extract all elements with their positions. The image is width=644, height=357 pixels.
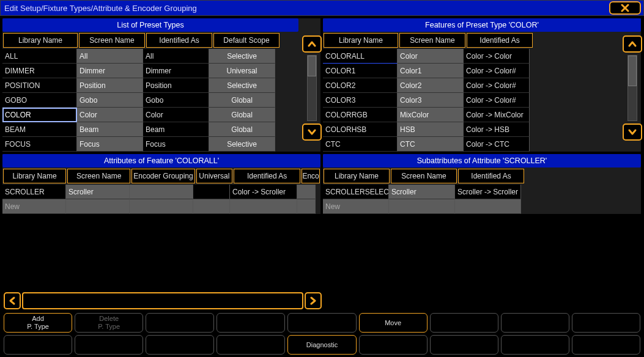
empty-button[interactable]	[501, 313, 569, 333]
cell[interactable]: Color -> HSB	[464, 122, 530, 137]
cell[interactable]: Dimmer	[77, 64, 143, 78]
cell[interactable]: SCROLLER	[2, 185, 66, 199]
cell[interactable]: Scroller	[389, 185, 455, 199]
table-row[interactable]: POSITIONPositionPositionSelective	[2, 78, 298, 93]
cell[interactable]: Position	[143, 78, 209, 93]
cell[interactable]: Color -> MixColor	[464, 108, 530, 122]
empty-button[interactable]	[217, 335, 285, 355]
col-library-name[interactable]: Library Name	[3, 33, 78, 48]
cell[interactable]: BEAM	[2, 122, 77, 137]
table-row[interactable]: FOCUSFocusFocusSelective	[2, 137, 298, 152]
close-button[interactable]	[609, 1, 641, 15]
cell[interactable]: Color	[398, 49, 464, 64]
col-screen-name[interactable]: Screen Name	[79, 33, 145, 48]
scroll-up-button[interactable]	[623, 35, 642, 53]
cell[interactable]: CTC	[398, 137, 464, 152]
table-row[interactable]: BEAMBeamBeamGlobal	[2, 122, 298, 137]
new-row[interactable]: New	[2, 199, 320, 214]
empty-button[interactable]	[572, 335, 640, 355]
scrollbar-track[interactable]	[307, 55, 317, 121]
cell[interactable]: POSITION	[2, 78, 77, 93]
add-ptype-button[interactable]: Add P. Type	[4, 313, 72, 333]
table-row[interactable]: CTCCTCColor -> CTC	[323, 137, 619, 152]
table-row[interactable]: COLOR3Color3Color -> Color#	[323, 93, 619, 108]
cell[interactable]: Global	[209, 122, 275, 137]
cell[interactable]: COLORALL	[323, 49, 398, 64]
cell[interactable]: Color1	[398, 64, 464, 78]
cell[interactable]: Gobo	[143, 93, 209, 108]
cell[interactable]: Universal	[209, 64, 275, 78]
cell[interactable]: Dimmer	[143, 64, 209, 78]
cell[interactable]: GOBO	[2, 93, 77, 108]
scroll-down-button[interactable]	[302, 123, 322, 141]
cell[interactable]: Beam	[77, 122, 143, 137]
table-row[interactable]: COLORALLColorColor -> Color	[323, 49, 619, 64]
table-row[interactable]: COLOR2Color2Color -> Color#	[323, 78, 619, 93]
cell[interactable]: Position	[77, 78, 143, 93]
cell[interactable]: SCROLLERSELECT	[323, 185, 389, 199]
cell[interactable]	[230, 199, 297, 214]
cell[interactable]: FOCUS	[2, 137, 77, 152]
empty-button[interactable]	[146, 313, 214, 333]
col-library-name[interactable]: Library Name	[324, 169, 390, 183]
cell[interactable]: DIMMER	[2, 64, 77, 78]
cell[interactable]: Gobo	[77, 93, 143, 108]
cell[interactable]: MixColor	[398, 108, 464, 122]
cell[interactable]	[66, 199, 130, 214]
col-encoder[interactable]: Enco	[302, 169, 320, 183]
cell[interactable]: New	[2, 199, 66, 214]
cell[interactable]: All	[143, 49, 209, 64]
move-button[interactable]: Move	[359, 313, 427, 333]
cell[interactable]	[297, 199, 316, 214]
cell[interactable]: Focus	[143, 137, 209, 152]
col-default-scope[interactable]: Default Scope	[213, 33, 279, 48]
cell[interactable]: New	[323, 199, 389, 214]
empty-button[interactable]	[217, 313, 285, 333]
cell[interactable]	[297, 185, 316, 199]
table-row[interactable]: COLOR1Color1Color -> Color#	[323, 64, 619, 78]
cell[interactable]: Color -> CTC	[464, 137, 530, 152]
cell[interactable]: Selective	[209, 137, 275, 152]
col-identified-as[interactable]: Identified As	[146, 33, 212, 48]
cell[interactable]: Scroller -> Scroller	[455, 185, 521, 199]
empty-button[interactable]	[501, 335, 569, 355]
table-row[interactable]: COLORRGBMixColorColor -> MixColor	[323, 108, 619, 122]
cell[interactable]: COLOR	[2, 108, 77, 122]
empty-button[interactable]	[287, 313, 356, 333]
cell[interactable]: Color -> Color#	[464, 93, 530, 108]
diagnostic-button[interactable]: Diagnostic	[287, 335, 356, 355]
cell[interactable]: COLORHSB	[323, 122, 398, 137]
cell[interactable]	[455, 199, 521, 214]
empty-button[interactable]	[430, 313, 498, 333]
scrollbar-thumb[interactable]	[308, 56, 316, 76]
empty-button[interactable]	[430, 335, 498, 355]
cell[interactable]: Color -> Scroller	[230, 185, 297, 199]
cell[interactable]: Global	[209, 108, 275, 122]
nav-input[interactable]	[22, 292, 303, 309]
cell[interactable]: Color -> Color#	[464, 64, 530, 78]
empty-button[interactable]	[359, 335, 427, 355]
cell[interactable]: HSB	[398, 122, 464, 137]
cell[interactable]: All	[77, 49, 143, 64]
cell[interactable]: COLOR1	[323, 64, 398, 78]
cell[interactable]: Color3	[398, 93, 464, 108]
cell[interactable]	[389, 199, 455, 214]
empty-button[interactable]	[572, 313, 640, 333]
cell[interactable]: Selective	[209, 78, 275, 93]
empty-button[interactable]	[146, 335, 214, 355]
col-screen-name[interactable]: Screen Name	[67, 169, 130, 183]
cell[interactable]: Color -> Color#	[464, 78, 530, 93]
cell[interactable]	[193, 199, 230, 214]
scroll-up-button[interactable]	[302, 35, 322, 53]
empty-button[interactable]	[75, 335, 143, 355]
col-universal[interactable]: Universal	[196, 169, 233, 183]
col-screen-name[interactable]: Screen Name	[399, 33, 465, 48]
col-encoder-grouping[interactable]: Encoder Grouping	[131, 169, 194, 183]
cell[interactable]: Focus	[77, 137, 143, 152]
empty-button[interactable]	[4, 335, 72, 355]
col-identified-as[interactable]: Identified As	[458, 169, 524, 183]
table-row[interactable]: DIMMERDimmerDimmerUniversal	[2, 64, 298, 78]
cell[interactable]: COLORRGB	[323, 108, 398, 122]
cell[interactable]	[130, 199, 193, 214]
table-row[interactable]: GOBOGoboGoboGlobal	[2, 93, 298, 108]
